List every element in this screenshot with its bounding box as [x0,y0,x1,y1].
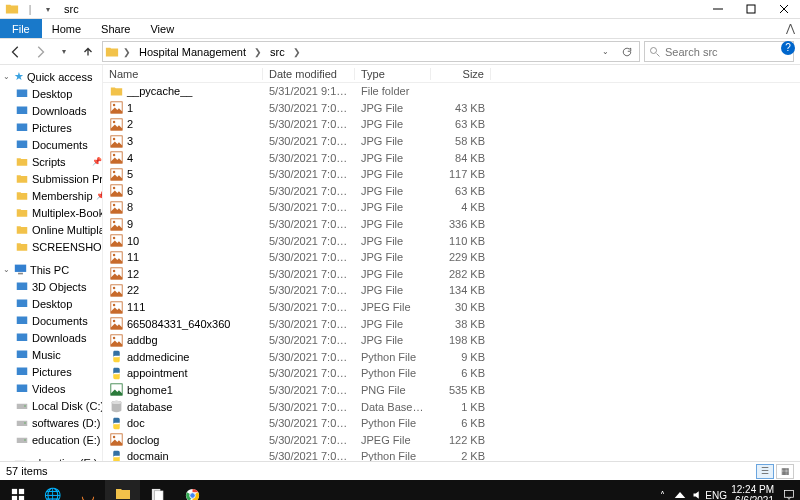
file-row[interactable]: database 5/30/2021 7:05 PM Data Base Fil… [103,398,800,415]
sidebar-item-desktop[interactable]: Desktop [0,85,102,102]
sidebar-item-pictures[interactable]: Pictures [0,119,102,136]
sidebar-item-3d-objects[interactable]: 3D Objects [0,278,102,295]
file-list[interactable]: __pycache__ 5/31/2021 9:18 AM File folde… [103,83,800,461]
sidebar-item-downloads[interactable]: Downloads [0,329,102,346]
file-size: 63 KB [431,185,491,197]
file-row[interactable]: 22 5/30/2021 7:05 PM JPG File 134 KB [103,282,800,299]
taskbar-app-1[interactable]: 🌐 [35,480,70,500]
file-name: 8 [127,201,133,213]
sidebar-item-music[interactable]: Music [0,346,102,363]
sidebar-item-downloads[interactable]: Downloads [0,102,102,119]
nav-back-button[interactable] [6,42,26,62]
sidebar-item-documents[interactable]: Documents [0,136,102,153]
sidebar-item-online-multiplayer[interactable]: Online Multiplayer 📌 [0,221,102,238]
taskbar-app-2[interactable]: ◡ [70,480,105,500]
svg-rect-8 [16,282,27,290]
taskbar-file-explorer[interactable] [105,480,140,500]
file-row[interactable]: 5 5/30/2021 7:05 PM JPG File 117 KB [103,166,800,183]
thumbnails-view-button[interactable]: ▦ [776,464,794,479]
sidebar-item-multiplex-booking-[interactable]: Multiplex-Booking- 📌 [0,204,102,221]
sidebar-item-submission-proj[interactable]: Submission Proj 📌 [0,170,102,187]
refresh-button[interactable] [617,42,637,62]
file-row[interactable]: 2 5/30/2021 7:05 PM JPG File 63 KB [103,116,800,133]
chevron-right-icon[interactable]: ❯ [291,47,303,57]
file-row[interactable]: 111 5/30/2021 7:05 PM JPEG File 30 KB [103,299,800,316]
file-row[interactable]: doclog 5/30/2021 7:05 PM JPEG File 122 K… [103,431,800,448]
sidebar-item-membership[interactable]: Membership 📌 [0,187,102,204]
close-button[interactable] [767,0,800,19]
file-name: 3 [127,135,133,147]
file-row[interactable]: 9 5/30/2021 7:05 PM JPG File 336 KB [103,216,800,233]
ribbon-expand-icon[interactable]: ⋀ [780,22,800,35]
details-view-button[interactable]: ☰ [756,464,774,479]
tray-clock[interactable]: 12:24 PM 6/6/2021 [725,484,780,500]
tray-network-icon[interactable] [671,480,689,500]
file-row[interactable]: bghome1 5/30/2021 7:05 PM PNG File 535 K… [103,382,800,399]
file-row[interactable]: 665084331_640x360 5/30/2021 7:05 PM JPG … [103,315,800,332]
qat-chevron-icon[interactable]: ▾ [40,1,56,17]
search-input[interactable]: Search src [644,41,794,62]
ribbon-tab-share[interactable]: Share [91,19,140,38]
minimize-button[interactable] [701,0,734,19]
file-row[interactable]: 4 5/30/2021 7:05 PM JPG File 84 KB [103,149,800,166]
file-date: 5/30/2021 7:05 PM [263,135,355,147]
quick-access-header[interactable]: ⌄ ★ Quick access [0,68,102,85]
breadcrumb-0[interactable]: Hospital Management [135,42,250,61]
file-row[interactable]: 3 5/30/2021 7:05 PM JPG File 58 KB [103,133,800,150]
expand-icon[interactable]: › [2,458,11,461]
tray-overflow-icon[interactable]: ˄ [653,480,671,500]
quick-access-label: Quick access [27,71,92,83]
jpg-file-icon [109,117,123,131]
this-pc-header[interactable]: ⌄ This PC [0,261,102,278]
sidebar-item-local-disk-c-[interactable]: Local Disk (C:) [0,397,102,414]
ribbon-file-tab[interactable]: File [0,19,42,38]
taskbar-chrome[interactable] [175,480,210,500]
file-row[interactable]: 1 5/30/2021 7:05 PM JPG File 43 KB [103,100,800,117]
file-row[interactable]: 8 5/30/2021 7:05 PM JPG File 4 KB [103,199,800,216]
sidebar-item-screenshots[interactable]: SCREENSHOTS 📌 [0,238,102,255]
sidebar-item-videos[interactable]: Videos [0,380,102,397]
column-type[interactable]: Type [355,68,431,80]
sidebar-item-label: education (E:) [29,457,97,462]
column-name[interactable]: Name [103,68,263,80]
column-date[interactable]: Date modified [263,68,355,80]
tray-action-center-icon[interactable] [780,480,798,500]
sidebar-item-pictures[interactable]: Pictures [0,363,102,380]
file-row[interactable]: addmedicine 5/30/2021 7:05 PM Python Fil… [103,349,800,366]
sidebar-item-softwares-d-[interactable]: softwares (D:) [0,414,102,431]
breadcrumb-1[interactable]: src [266,42,289,61]
sidebar-drive-education-e-[interactable]: › education (E:) [0,454,102,461]
address-bar[interactable]: ❯ Hospital Management ❯ src ❯ ⌄ [102,41,640,62]
tray-language-icon[interactable]: ENG [707,480,725,500]
file-row[interactable]: doc 5/30/2021 7:05 PM Python File 6 KB [103,415,800,432]
file-row[interactable]: 10 5/30/2021 7:05 PM JPG File 110 KB [103,232,800,249]
nav-up-button[interactable] [78,42,98,62]
file-row[interactable]: 11 5/30/2021 7:05 PM JPG File 229 KB [103,249,800,266]
ribbon-tab-view[interactable]: View [140,19,184,38]
start-button[interactable] [0,480,35,500]
file-row[interactable]: 6 5/30/2021 7:05 PM JPG File 63 KB [103,183,800,200]
column-size[interactable]: Size [431,68,491,80]
sidebar-item-documents[interactable]: Documents [0,312,102,329]
sidebar-item-scripts[interactable]: Scripts 📌 [0,153,102,170]
nav-recent-dropdown[interactable]: ▾ [54,42,74,62]
chevron-right-icon[interactable]: ❯ [252,47,264,57]
file-row[interactable]: addbg 5/30/2021 7:05 PM JPG File 198 KB [103,332,800,349]
file-row[interactable]: 12 5/30/2021 7:05 PM JPG File 282 KB [103,266,800,283]
collapse-icon[interactable]: ⌄ [2,72,11,81]
taskbar-app-4[interactable] [140,480,175,500]
file-row[interactable]: docmain 5/30/2021 7:05 PM Python File 2 … [103,448,800,461]
system-folder-icon [14,296,29,311]
sidebar-item-education-e-[interactable]: education (E:) [0,431,102,448]
chevron-right-icon[interactable]: ❯ [121,47,133,57]
nav-forward-button[interactable] [30,42,50,62]
ribbon-tab-home[interactable]: Home [42,19,91,38]
help-button[interactable]: ? [781,41,795,55]
address-dropdown-button[interactable]: ⌄ [595,42,615,62]
sidebar-item-desktop[interactable]: Desktop [0,295,102,312]
svg-rect-6 [15,265,26,272]
collapse-icon[interactable]: ⌄ [2,265,11,274]
file-row[interactable]: appointment 5/30/2021 7:05 PM Python Fil… [103,365,800,382]
file-row[interactable]: __pycache__ 5/31/2021 9:18 AM File folde… [103,83,800,100]
maximize-button[interactable] [734,0,767,19]
